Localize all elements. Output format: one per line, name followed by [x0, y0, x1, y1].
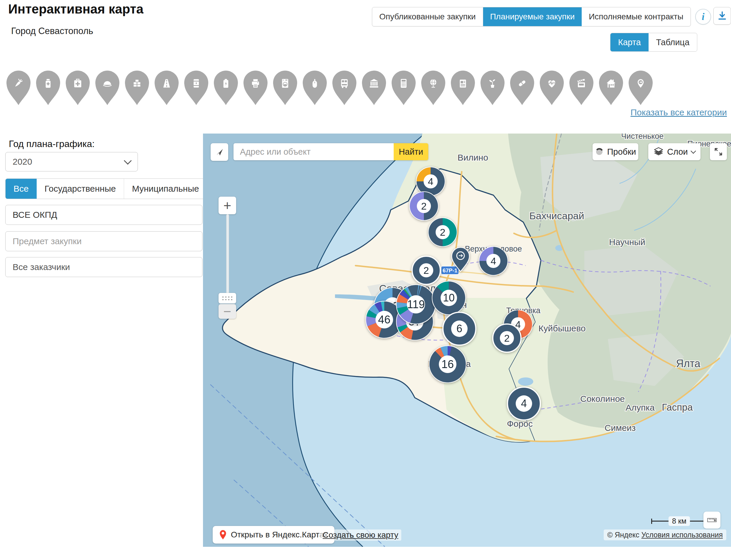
carrot-icon: [5, 70, 32, 106]
terms-of-use-link[interactable]: Условия использования: [641, 531, 723, 539]
cluster-count: 4: [491, 255, 496, 266]
medicine-bottle-icon: [34, 70, 62, 106]
map-search-input[interactable]: [234, 143, 394, 160]
washing-machine-icon: [271, 70, 299, 106]
geolocate-arrow-icon: [215, 147, 225, 157]
scope-state-button[interactable]: Государственные: [37, 179, 124, 199]
map-cluster[interactable]: 16: [429, 346, 466, 382]
cluster-count: 2: [423, 265, 429, 276]
download-button[interactable]: [713, 7, 731, 25]
map-place-label: Форос: [507, 419, 533, 429]
tab-published-purchases[interactable]: Опубликованные закупки: [372, 7, 483, 26]
category-pin-house[interactable]: [597, 70, 625, 106]
cluster-count: 6: [456, 323, 462, 335]
category-pin-medicine-bottle[interactable]: [34, 70, 62, 106]
yandex-map[interactable]: ВилиноЧистенькоеПионерскоеПочтовоеБахчис…: [203, 134, 731, 547]
cluster-count: 119: [407, 298, 425, 311]
category-pin-battery[interactable]: [212, 70, 240, 106]
map-place-label: Чистенькое: [621, 134, 664, 141]
map-cluster[interactable]: 4: [507, 387, 540, 420]
zoom-slider-handle[interactable]: [219, 293, 236, 303]
scope-all-button[interactable]: Все: [6, 179, 37, 199]
traffic-light-icon: [595, 147, 604, 156]
traffic-label: Пробки: [607, 147, 636, 157]
traffic-button[interactable]: Пробки: [592, 143, 638, 160]
map-cluster[interactable]: 2: [412, 256, 440, 284]
zoom-out-button[interactable]: −: [219, 304, 236, 319]
page-title: Интерактивная карта: [8, 2, 144, 16]
category-pin-first-aid-kit[interactable]: [64, 70, 92, 106]
pill-icon: [508, 70, 536, 106]
zoom-slider-track[interactable]: [226, 214, 229, 295]
geolocate-button[interactable]: [211, 143, 228, 161]
category-pin-plant[interactable]: [479, 70, 506, 106]
map-place-label: Гаспра: [662, 402, 693, 413]
battery-icon: [212, 70, 240, 106]
map-cluster[interactable]: 4: [479, 247, 507, 275]
fullscreen-button[interactable]: [710, 143, 727, 160]
layers-button[interactable]: Слои: [648, 143, 700, 160]
map-cluster[interactable]: 2: [493, 324, 521, 352]
category-pin-calculator[interactable]: [390, 70, 417, 106]
create-own-map-link[interactable]: Создать свою карту: [320, 529, 401, 541]
customers-input[interactable]: [5, 257, 202, 277]
map-cluster[interactable]: 6: [443, 312, 476, 345]
map-cluster[interactable]: 119: [396, 285, 435, 324]
cluster-count: 2: [421, 200, 427, 212]
health-icon: [538, 70, 565, 106]
mouse-icon: [301, 70, 329, 106]
map-place-label: Ялта: [676, 357, 700, 370]
map-cluster[interactable]: 4: [416, 167, 445, 195]
yandex-pin-icon: [219, 530, 227, 540]
map-place-label: Вилино: [457, 153, 488, 162]
road-badge: 67Р-1: [443, 267, 457, 274]
category-pin-bricks[interactable]: [123, 70, 151, 106]
cluster-count: 2: [504, 333, 510, 344]
category-pin-location[interactable]: [627, 70, 654, 106]
chevron-down-icon: [124, 157, 132, 165]
ruler-button[interactable]: [703, 512, 720, 529]
category-pin-bank[interactable]: [360, 70, 388, 106]
view-table-button[interactable]: Таблица: [649, 33, 697, 51]
ruler-icon: [707, 517, 717, 524]
chevron-down-icon: [691, 148, 696, 154]
category-pin-printer[interactable]: [242, 70, 269, 106]
category-pin-globe[interactable]: [419, 70, 447, 106]
plan-year-select[interactable]: 2020: [5, 152, 138, 171]
category-pin-mouse[interactable]: [301, 70, 329, 106]
map-cluster[interactable]: 2: [428, 218, 457, 246]
category-pin-bus[interactable]: [331, 70, 358, 106]
map-copyright: © Яндекс Условия использования: [604, 529, 726, 540]
map-canvas[interactable]: ВилиноЧистенькоеПионерскоеПочтовоеБахчис…: [203, 134, 731, 547]
first-aid-kit-icon: [64, 70, 92, 106]
plan-year-label: Год плана-графика:: [9, 139, 95, 149]
category-pin-newspaper[interactable]: [449, 70, 477, 106]
map-place-label: Научный: [609, 237, 645, 247]
map-search-button[interactable]: Найти: [394, 143, 428, 160]
purchase-subject-input[interactable]: [5, 231, 202, 251]
zoom-in-button[interactable]: +: [219, 197, 236, 214]
scope-municipal-button[interactable]: Муниципальные: [124, 179, 207, 199]
open-in-yandex-maps-button[interactable]: Открыть в Яндекс.Картах: [213, 526, 335, 544]
category-pin-helmet[interactable]: [94, 70, 121, 106]
category-pin-cinema[interactable]: [568, 70, 595, 106]
tab-executed-contracts[interactable]: Исполняемые контракты: [582, 7, 691, 26]
info-button[interactable]: i: [695, 9, 711, 25]
map-cluster[interactable]: 2: [410, 192, 438, 220]
category-pin-road[interactable]: [153, 70, 180, 106]
tab-planned-purchases[interactable]: Планируемые закупки: [483, 7, 582, 26]
category-pin-barrel[interactable]: [183, 70, 210, 106]
helmet-icon: [94, 70, 121, 106]
map-cluster[interactable]: 10: [432, 281, 465, 314]
category-pin-pill[interactable]: [508, 70, 536, 106]
bus-icon: [331, 70, 358, 106]
category-pin-health[interactable]: [538, 70, 565, 106]
newspaper-icon: [449, 70, 477, 106]
category-pin-carrot[interactable]: [5, 70, 32, 106]
category-pin-washing-machine[interactable]: [271, 70, 299, 106]
house-icon: [597, 70, 625, 106]
okpd-input[interactable]: [5, 205, 202, 225]
view-map-button[interactable]: Карта: [610, 33, 649, 51]
show-all-categories-link[interactable]: Показать все категории: [630, 107, 727, 117]
fullscreen-icon: [714, 147, 723, 156]
